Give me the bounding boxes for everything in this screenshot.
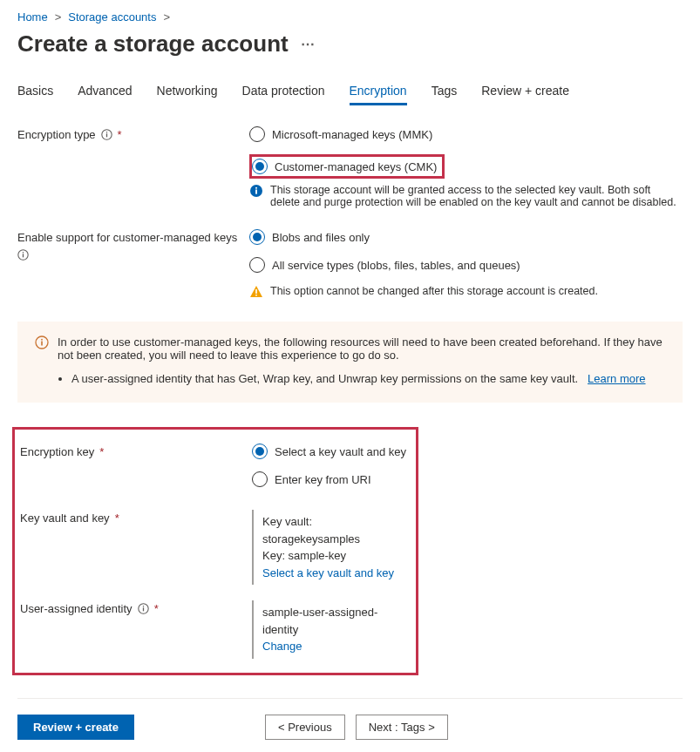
info-icon: [35, 335, 49, 349]
user-identity-summary: sample-user-assigned-identity Change: [252, 600, 411, 659]
required-indicator: *: [118, 128, 122, 141]
svg-rect-2: [105, 133, 106, 137]
cmk-support-warning: This option cannot be changed after this…: [249, 285, 683, 299]
key-vault-label: Key vault and key *: [20, 510, 252, 525]
user-identity-value: sample-user-assigned-identity: [262, 604, 411, 638]
radio-select-kv-label: Select a key vault and key: [275, 445, 406, 458]
radio-cmk-label: Customer-managed keys (CMK): [275, 160, 437, 173]
key-name: Key: sample-key: [262, 547, 411, 565]
tab-encryption[interactable]: Encryption: [350, 78, 407, 105]
info-icon[interactable]: [138, 603, 149, 614]
svg-point-13: [41, 339, 43, 341]
chevron-right-icon: >: [55, 10, 62, 24]
review-create-button[interactable]: Review + create: [17, 715, 134, 740]
radio-mmk[interactable]: Microsoft-managed keys (MMK): [249, 126, 683, 142]
radio-icon: [249, 126, 265, 142]
svg-rect-10: [255, 289, 257, 294]
radio-blobs-files-label: Blobs and files only: [272, 231, 370, 244]
change-identity-link[interactable]: Change: [262, 640, 302, 653]
prerequisite-notice: In order to use customer-managed keys, t…: [17, 322, 683, 403]
svg-point-4: [255, 187, 257, 189]
radio-enter-uri-label: Enter key from URI: [275, 473, 371, 486]
breadcrumb: Home > Storage accounts >: [17, 10, 683, 24]
notice-text: In order to use customer-managed keys, t…: [58, 335, 665, 362]
previous-button[interactable]: < Previous: [265, 715, 345, 740]
ellipsis-icon[interactable]: ⋯: [301, 36, 316, 52]
breadcrumb-storage-accounts[interactable]: Storage accounts: [68, 10, 156, 24]
chevron-right-icon: >: [163, 10, 170, 24]
svg-rect-14: [41, 342, 43, 346]
required-indicator: *: [99, 445, 104, 458]
next-button[interactable]: Next : Tags >: [356, 715, 448, 740]
encryption-type-label: Encryption type *: [17, 126, 249, 141]
wizard-footer: Review + create < Previous Next : Tags >: [17, 698, 683, 740]
tab-tags[interactable]: Tags: [432, 78, 458, 105]
radio-mmk-label: Microsoft-managed keys (MMK): [272, 128, 432, 141]
tab-strip: Basics Advanced Networking Data protecti…: [17, 78, 683, 105]
tab-data-protection[interactable]: Data protection: [242, 78, 325, 105]
radio-cmk[interactable]: Customer-managed keys (CMK): [252, 159, 437, 174]
notice-bullet: A user-assigned identity that has Get, W…: [71, 372, 665, 385]
required-indicator: *: [115, 511, 119, 525]
svg-point-7: [23, 252, 24, 253]
cmk-support-label: Enable support for customer-managed keys: [17, 229, 249, 261]
radio-all-services-label: All service types (blobs, files, tables,…: [272, 259, 520, 272]
user-identity-label: User-assigned identity *: [20, 600, 252, 615]
radio-icon: [249, 257, 265, 273]
radio-icon: [252, 159, 268, 174]
svg-point-16: [142, 606, 143, 606]
tab-review-create[interactable]: Review + create: [481, 78, 569, 105]
info-icon: [249, 184, 263, 198]
tab-advanced[interactable]: Advanced: [78, 78, 132, 105]
tab-basics[interactable]: Basics: [17, 78, 53, 105]
svg-rect-11: [255, 295, 257, 296]
encryption-type-info: This storage account will be granted acc…: [249, 184, 683, 208]
radio-enter-uri[interactable]: Enter key from URI: [252, 471, 411, 487]
required-indicator: *: [154, 602, 159, 615]
info-icon[interactable]: [101, 129, 112, 140]
radio-icon: [252, 471, 268, 487]
select-key-vault-link[interactable]: Select a key vault and key: [262, 566, 394, 579]
svg-rect-5: [255, 190, 257, 194]
page-title-text: Create a storage account: [17, 30, 289, 58]
radio-blobs-files[interactable]: Blobs and files only: [249, 229, 683, 245]
radio-icon: [252, 444, 268, 459]
encryption-key-label: Encryption key *: [20, 444, 252, 458]
page-title: Create a storage account ⋯: [17, 30, 683, 58]
radio-icon: [249, 229, 265, 245]
key-vault-summary: Key vault: storagekeysamples Key: sample…: [252, 510, 411, 585]
warning-icon: [249, 285, 263, 299]
info-icon[interactable]: [17, 249, 29, 261]
breadcrumb-home[interactable]: Home: [17, 10, 48, 24]
tab-networking[interactable]: Networking: [157, 78, 218, 105]
key-vault-name: Key vault: storagekeysamples: [262, 513, 411, 547]
svg-rect-8: [23, 254, 24, 257]
svg-point-1: [105, 132, 106, 132]
radio-select-kv[interactable]: Select a key vault and key: [252, 444, 411, 459]
svg-rect-17: [142, 607, 143, 611]
learn-more-link[interactable]: Learn more: [588, 372, 645, 385]
radio-all-services[interactable]: All service types (blobs, files, tables,…: [249, 257, 683, 273]
